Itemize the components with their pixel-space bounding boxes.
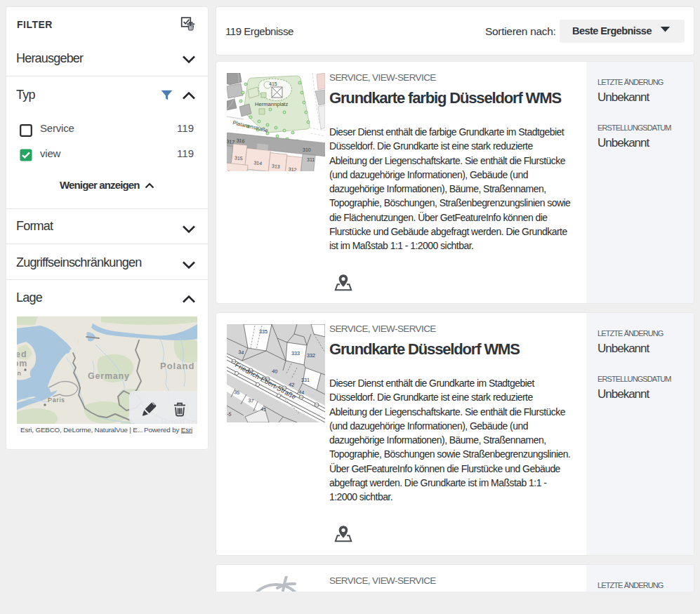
svg-text:313: 313: [272, 163, 280, 169]
svg-text:311: 311: [307, 157, 315, 162]
svg-text:Poland: Poland: [160, 361, 194, 371]
svg-text:Esri, GEBCO, DeLorme, NaturalV: Esri, GEBCO, DeLorme, NaturalVue | E...: [20, 426, 143, 434]
svg-text:on: on: [17, 370, 22, 377]
svg-text:-5: -5: [227, 411, 232, 418]
svg-text:349: 349: [227, 170, 235, 171]
svg-text:310: 310: [303, 147, 311, 152]
svg-text:333: 333: [291, 350, 300, 356]
svg-text:Paris: Paris: [48, 396, 65, 403]
svg-text:35: 35: [234, 389, 240, 396]
svg-text:316: 316: [236, 138, 244, 143]
svg-text:41: 41: [260, 406, 267, 413]
svg-text:317: 317: [227, 139, 235, 145]
svg-text:42: 42: [289, 381, 295, 388]
svg-text:dom: dom: [17, 359, 27, 368]
svg-text:332: 332: [307, 352, 315, 359]
svg-text:34: 34: [238, 349, 244, 356]
svg-text:331: 331: [301, 377, 310, 383]
svg-text:335: 335: [259, 328, 268, 335]
svg-text:Powered by Esri: Powered by Esri: [144, 426, 192, 434]
svg-text:Hermannplatz: Hermannplatz: [255, 101, 288, 107]
svg-text:ced: ced: [17, 349, 27, 359]
svg-text:315: 315: [235, 155, 243, 161]
svg-text:314: 314: [253, 160, 262, 166]
svg-text:312: 312: [288, 166, 296, 171]
svg-text:37: 37: [248, 397, 254, 404]
svg-text:Germany: Germany: [88, 371, 130, 381]
svg-text:40: 40: [272, 368, 278, 375]
svg-text:415: 415: [269, 81, 277, 86]
svg-text:44: 44: [298, 389, 305, 396]
